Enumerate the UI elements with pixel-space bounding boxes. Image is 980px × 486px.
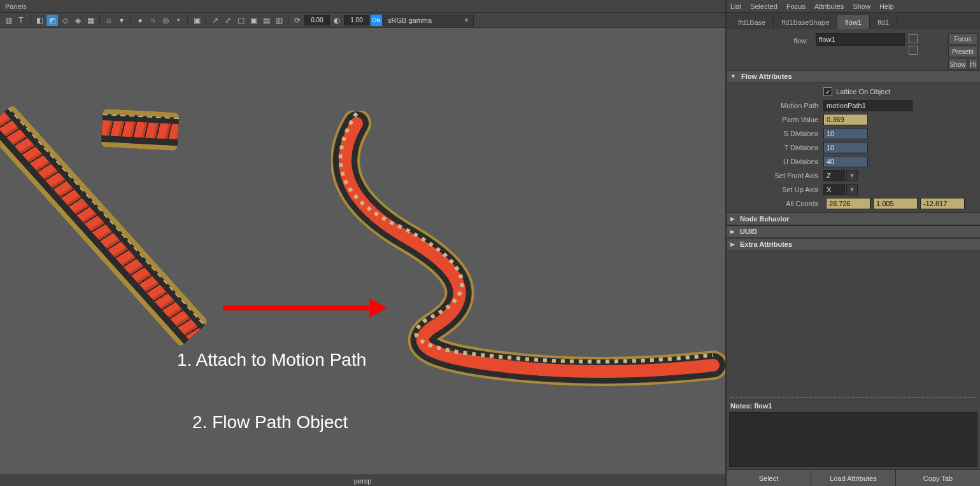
parm-value-label: Parm Value bbox=[730, 116, 823, 123]
toolbar-separator bbox=[99, 15, 100, 25]
box1-icon[interactable]: ▢ bbox=[235, 15, 246, 26]
menu-list[interactable]: List bbox=[730, 3, 741, 10]
gamma-icon[interactable]: ◐ bbox=[331, 15, 343, 26]
front-axis-field[interactable]: Z bbox=[823, 170, 845, 181]
lattice-checkbox[interactable]: ✓ bbox=[823, 87, 832, 96]
viewport-canvas[interactable]: 1. Attach to Motion Path 2. Flow Path Ob… bbox=[0, 28, 725, 475]
motion-path-label: Motion Path bbox=[730, 102, 823, 109]
header-icons bbox=[909, 33, 918, 55]
isolate-icon[interactable]: ▣ bbox=[191, 15, 202, 26]
select-camera-icon[interactable]: ▥ bbox=[3, 15, 14, 26]
u-div-label: U Divisions bbox=[730, 158, 823, 165]
pin-icon[interactable] bbox=[909, 34, 918, 43]
notes-area: Notes: flow1 Select Load Attributes Copy… bbox=[727, 397, 980, 486]
section-flow-attributes[interactable]: ▼ Flow Attributes bbox=[727, 70, 980, 83]
box4-icon[interactable]: ▥ bbox=[273, 15, 285, 26]
menu-attributes[interactable]: Attributes bbox=[814, 3, 844, 10]
toolbar-separator bbox=[131, 15, 131, 25]
textured-icon[interactable]: ◈ bbox=[72, 15, 83, 26]
toolbar-separator bbox=[206, 15, 206, 25]
braid-small bbox=[101, 109, 180, 151]
braid-curved bbox=[331, 111, 725, 403]
triangle-right-icon: ▶ bbox=[730, 216, 735, 222]
select-button[interactable]: Select bbox=[727, 470, 811, 486]
menu-help[interactable]: Help bbox=[879, 3, 894, 10]
hide-button[interactable]: Hi bbox=[969, 59, 977, 70]
annotation-line-2: 2. Flow Path Object bbox=[192, 412, 348, 433]
wireframe-icon[interactable]: ◇ bbox=[59, 15, 71, 26]
t-div-label: T Divisions bbox=[730, 144, 823, 151]
node-name-field[interactable]: flow1 bbox=[816, 33, 905, 46]
chevron-down-icon[interactable]: ▼ bbox=[846, 184, 858, 195]
tab-ffd1baseshape[interactable]: ffd1BaseShape bbox=[774, 15, 837, 29]
circle-icon[interactable]: ○ bbox=[147, 15, 159, 26]
parm-value-field[interactable]: 0.369 bbox=[823, 114, 868, 125]
presets-button[interactable]: Presets bbox=[948, 46, 977, 57]
sphere-icon[interactable]: ● bbox=[134, 15, 146, 26]
panels-menu[interactable]: Panels bbox=[5, 3, 27, 10]
all-coords-label: All Coords bbox=[730, 200, 823, 207]
chevron-down-icon[interactable]: ▼ bbox=[846, 170, 858, 181]
viewport-toolbar: ▥ T ◧ ◩ ◇ ◈ ▦ ☼ ▾ ● ○ ◎ • ▣ ↗ ⤢ ▢ ▣ ▤ ▥ bbox=[0, 13, 725, 28]
annotation-line-1: 1. Attach to Motion Path bbox=[177, 350, 366, 370]
copy-tab-button[interactable]: Copy Tab bbox=[896, 470, 980, 486]
section-title: Extra Attributes bbox=[740, 240, 792, 248]
show-button[interactable]: Show bbox=[948, 59, 967, 70]
triangle-right-icon: ▶ bbox=[730, 228, 735, 235]
out-icon[interactable] bbox=[909, 46, 918, 55]
load-attributes-button[interactable]: Load Attributes bbox=[811, 470, 896, 486]
focus-button[interactable]: Focus bbox=[948, 33, 977, 45]
text-icon[interactable]: T bbox=[15, 15, 27, 26]
coord-z-field[interactable]: -12.817 bbox=[920, 198, 965, 209]
expand-icon[interactable]: ⤢ bbox=[222, 15, 234, 26]
coord-y-field[interactable]: 1.005 bbox=[873, 198, 918, 209]
section-extra-attributes[interactable]: ▶ Extra Attributes bbox=[727, 238, 980, 251]
up-axis-field[interactable]: X bbox=[823, 184, 845, 195]
coord-x-field[interactable]: 28.726 bbox=[826, 198, 870, 209]
s-div-field[interactable]: 10 bbox=[823, 128, 868, 139]
toolbar-separator bbox=[187, 15, 188, 25]
motion-path-field[interactable]: motionPath1 bbox=[823, 100, 913, 111]
box2-icon[interactable]: ▣ bbox=[248, 15, 259, 26]
triangle-right-icon: ▶ bbox=[730, 241, 735, 247]
color-space-label: sRGB gamma bbox=[388, 17, 432, 24]
menu-show[interactable]: Show bbox=[853, 3, 870, 10]
gamma-value[interactable]: 1.00 bbox=[344, 15, 369, 25]
section-title: UUID bbox=[740, 228, 757, 235]
dot-icon[interactable]: • bbox=[173, 15, 184, 26]
ring-icon[interactable]: ◎ bbox=[160, 15, 171, 26]
section-uuid[interactable]: ▶ UUID bbox=[727, 225, 980, 238]
viewport-menubar: Panels bbox=[0, 0, 725, 13]
cm-on-icon[interactable]: ON bbox=[371, 15, 382, 26]
toolbar-separator bbox=[30, 15, 31, 25]
cube-solid-icon[interactable]: ◧ bbox=[34, 15, 45, 26]
arrow-icon[interactable]: ↗ bbox=[209, 15, 221, 26]
node-type-label: flow: bbox=[729, 33, 812, 45]
chevron-down-icon[interactable]: ▾ bbox=[116, 15, 127, 26]
section-node-behavior[interactable]: ▶ Node Behavior bbox=[727, 212, 980, 225]
section-title: Flow Attributes bbox=[741, 73, 792, 80]
cube-shaded-icon[interactable]: ◩ bbox=[46, 15, 58, 26]
attribute-editor: List Selected Focus Attributes Show Help… bbox=[727, 0, 980, 486]
attr-menubar: List Selected Focus Attributes Show Help bbox=[727, 0, 980, 13]
svg-marker-1 bbox=[369, 298, 387, 317]
color-space-dropdown[interactable]: sRGB gamma ▼ bbox=[383, 15, 474, 26]
light-icon[interactable]: ☼ bbox=[103, 15, 115, 26]
tab-ffd1base[interactable]: ffd1Base bbox=[730, 15, 774, 29]
refresh-icon[interactable]: ⟳ bbox=[292, 15, 303, 26]
node-header: flow: flow1 Focus Presets Show Hi bbox=[727, 29, 980, 70]
tab-flow1[interactable]: flow1 bbox=[837, 15, 870, 29]
triangle-down-icon: ▼ bbox=[730, 73, 736, 80]
box3-icon[interactable]: ▤ bbox=[260, 15, 272, 26]
menu-selected[interactable]: Selected bbox=[750, 3, 778, 10]
t-div-field[interactable]: 10 bbox=[823, 142, 868, 153]
exposure-value[interactable]: 0.00 bbox=[304, 15, 330, 25]
menu-focus[interactable]: Focus bbox=[786, 3, 806, 10]
notes-textarea[interactable] bbox=[729, 412, 977, 467]
u-div-field[interactable]: 40 bbox=[823, 156, 868, 167]
viewport-panel: Panels ▥ T ◧ ◩ ◇ ◈ ▦ ☼ ▾ ● ○ ◎ • ▣ ↗ ⤢ ▢… bbox=[0, 0, 727, 486]
s-div-label: S Divisions bbox=[730, 130, 823, 137]
grid-icon[interactable]: ▦ bbox=[85, 15, 96, 26]
chevron-down-icon: ▼ bbox=[464, 17, 469, 24]
tab-ffd1[interactable]: ffd1 bbox=[870, 15, 897, 29]
